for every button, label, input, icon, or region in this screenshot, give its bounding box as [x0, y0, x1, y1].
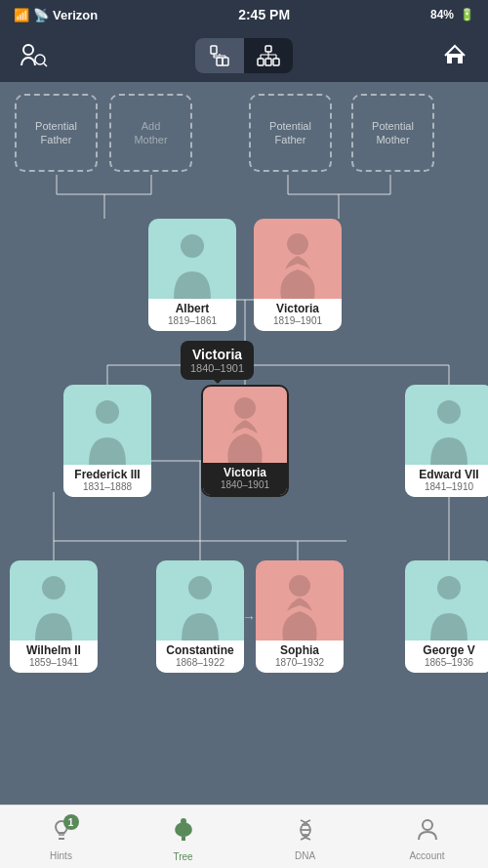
georgev-silhouette: [415, 562, 483, 641]
svg-point-48: [287, 233, 308, 255]
status-bar: 📶 📡 Verizon 2:45 PM 84% 🔋: [0, 0, 488, 29]
tab-dna[interactable]: DNA: [244, 806, 366, 868]
svg-rect-4: [217, 58, 223, 65]
sophia-card[interactable]: Sophia 1870–1932: [256, 560, 344, 673]
svg-point-47: [181, 234, 204, 258]
svg-point-1: [35, 55, 45, 64]
svg-rect-14: [273, 59, 279, 65]
fan-view-button[interactable]: [244, 38, 293, 73]
edward-card[interactable]: Edward VII 1841–1910: [405, 385, 488, 497]
add-mother-card[interactable]: AddMother: [109, 94, 192, 172]
wilhelm-card[interactable]: Wilhelm II 1859–1941: [10, 560, 98, 673]
tab-account[interactable]: Account: [366, 806, 488, 868]
victoria2-tooltip: Victoria 1840–1901: [181, 341, 254, 380]
georgev-name: George V: [409, 643, 488, 657]
wilhelm-silhouette: [20, 562, 88, 641]
potential-mother-card[interactable]: PotentialMother: [351, 94, 434, 172]
wilhelm-name: Wilhelm II: [14, 643, 94, 657]
constantine-name: Constantine: [160, 643, 240, 657]
potential-father-left-label: PotentialFather: [31, 115, 81, 151]
svg-rect-7: [223, 58, 228, 65]
constantine-dates: 1868–1922: [160, 657, 240, 669]
potential-father-right-label: PotentialFather: [265, 115, 315, 151]
svg-point-55: [437, 576, 461, 599]
constantine-card[interactable]: Constantine 1868–1922: [156, 560, 244, 673]
svg-point-53: [188, 576, 212, 599]
svg-rect-13: [265, 59, 271, 65]
constantine-silhouette: [166, 562, 234, 641]
status-battery: 84% 🔋: [430, 8, 474, 21]
status-carrier: 📶 📡 Verizon: [14, 8, 98, 22]
frederick-silhouette: [73, 387, 142, 465]
svg-point-0: [23, 45, 33, 55]
potential-mother-label: PotentialMother: [368, 115, 418, 151]
sophia-silhouette: [265, 562, 334, 641]
edward-silhouette: [415, 387, 483, 465]
georgev-dates: 1865–1936: [409, 657, 488, 669]
tab-hints[interactable]: 1 Hints: [0, 806, 122, 868]
svg-rect-58: [182, 837, 185, 841]
sophia-info: Sophia 1870–1932: [256, 641, 344, 673]
couple-arrow: →: [242, 609, 256, 625]
view-toggle: [195, 38, 293, 73]
edward-dates: 1841–1910: [409, 481, 488, 493]
linear-view-button[interactable]: [195, 38, 244, 73]
potential-father-left-card[interactable]: PotentialFather: [15, 94, 98, 172]
victoria1-info: Victoria 1819–1901: [254, 299, 342, 331]
victoria1-silhouette: [264, 221, 332, 299]
account-icon: [417, 818, 438, 847]
tab-tree[interactable]: Tree: [122, 806, 244, 868]
potential-father-right-card[interactable]: PotentialFather: [249, 94, 332, 172]
victoria2-info: Victoria 1840–1901: [203, 463, 287, 495]
albert-silhouette: [158, 221, 226, 299]
sophia-name: Sophia: [260, 643, 340, 657]
home-button[interactable]: [433, 34, 476, 77]
tree-container: PotentialFather AddMother PotentialFathe…: [0, 82, 488, 805]
svg-point-52: [42, 576, 65, 599]
victoria2-card[interactable]: Victoria 1840–1901: [201, 385, 289, 497]
victoria1-name: Victoria: [258, 302, 338, 315]
tab-bar: 1 Hints Tree DNA: [0, 805, 488, 868]
search-person-button[interactable]: [12, 34, 55, 77]
nav-bar: [0, 29, 488, 82]
wilhelm-info: Wilhelm II 1859–1941: [10, 641, 98, 673]
svg-point-62: [423, 820, 432, 830]
account-tab-label: Account: [409, 850, 444, 861]
frederick-info: Frederick III 1831–1888: [63, 465, 151, 497]
albert-dates: 1819–1861: [152, 315, 232, 327]
status-time: 2:45 PM: [238, 7, 290, 22]
svg-rect-11: [265, 46, 271, 52]
tooltip-dates: 1840–1901: [190, 362, 244, 374]
dna-icon: [295, 818, 316, 847]
victoria1-dates: 1819–1901: [258, 315, 338, 327]
dna-tab-label: DNA: [295, 850, 315, 861]
victoria2-silhouette: [211, 387, 279, 463]
frederick-card[interactable]: Frederick III 1831–1888: [63, 385, 151, 497]
sophia-dates: 1870–1932: [260, 657, 340, 669]
victoria1-card[interactable]: Victoria 1819–1901: [254, 219, 342, 331]
tree-tab-label: Tree: [173, 851, 192, 862]
svg-line-2: [44, 63, 47, 66]
constantine-info: Constantine 1868–1922: [156, 641, 244, 673]
victoria2-name: Victoria: [207, 466, 283, 479]
edward-name: Edward VII: [409, 468, 488, 481]
battery-icon: 🔋: [460, 8, 474, 21]
frederick-dates: 1831–1888: [67, 481, 147, 493]
tooltip-name: Victoria: [190, 347, 244, 362]
hints-tab-label: Hints: [50, 850, 72, 861]
frederick-name: Frederick III: [67, 468, 147, 481]
svg-point-54: [289, 575, 310, 597]
hints-icon: 1: [50, 818, 73, 847]
svg-point-51: [437, 400, 461, 424]
svg-point-49: [96, 400, 119, 424]
albert-card[interactable]: Albert 1819–1861: [148, 219, 236, 331]
svg-rect-3: [211, 46, 217, 54]
albert-info: Albert 1819–1861: [148, 299, 236, 331]
add-mother-label: AddMother: [130, 115, 171, 151]
georgev-card[interactable]: George V 1865–1936: [405, 560, 488, 673]
victoria2-dates: 1840–1901: [207, 479, 283, 491]
albert-name: Albert: [152, 302, 232, 315]
wifi-icon: 📡: [33, 8, 49, 22]
edward-info: Edward VII 1841–1910: [405, 465, 488, 497]
wilhelm-dates: 1859–1941: [14, 657, 94, 669]
